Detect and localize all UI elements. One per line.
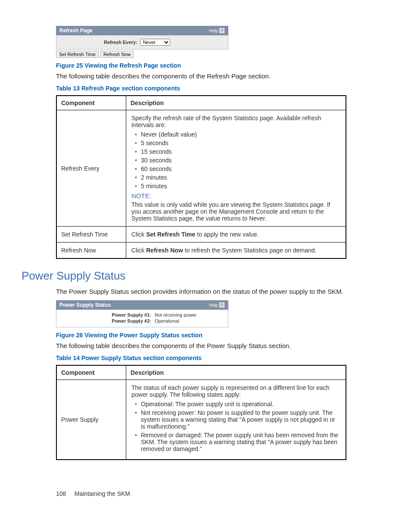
help-icon: ? bbox=[219, 302, 225, 308]
psu2-value: Operational bbox=[155, 318, 179, 324]
refresh-page-screenshot: Refresh Page Help ? Refresh Every: Never… bbox=[56, 26, 228, 58]
help-label: Help bbox=[209, 303, 218, 308]
power-supply-screenshot: Power Supply Status Help ? Power Supply … bbox=[56, 300, 228, 327]
table-row: Refresh Now Click Refresh Now to refresh… bbox=[56, 243, 346, 259]
list-item: Never (default value) bbox=[133, 131, 340, 138]
list-item: Removed or damaged: The power supply uni… bbox=[133, 432, 340, 452]
figure-25-text: The following table describes the compon… bbox=[56, 72, 346, 80]
table-header-component: Component bbox=[56, 96, 126, 110]
refresh-page-panel-header: Refresh Page Help ? bbox=[56, 26, 228, 35]
list-item: Operational: The power supply unit is op… bbox=[133, 401, 340, 408]
refresh-page-title: Refresh Page bbox=[59, 28, 93, 34]
component-cell: Power Supply bbox=[56, 380, 126, 460]
page-footer: 108 Maintaining the SKM bbox=[22, 490, 346, 497]
description-cell: Click Set Refresh Time to apply the new … bbox=[126, 227, 346, 243]
note-text: This value is only valid while you are v… bbox=[131, 201, 340, 222]
footer-title: Maintaining the SKM bbox=[75, 490, 130, 497]
list-item: 5 seconds bbox=[133, 140, 340, 146]
page-number: 108 bbox=[56, 490, 66, 497]
power-supply-panel-body: Power Supply #1: Not receiving power Pow… bbox=[56, 310, 228, 327]
table-14: Component Description Power Supply The s… bbox=[56, 365, 346, 460]
figure-26-caption: Figure 26 Viewing the Power Supply Statu… bbox=[56, 332, 346, 339]
list-item: 15 seconds bbox=[133, 148, 340, 155]
table-header-description: Description bbox=[126, 96, 346, 110]
refresh-page-buttons: Set Refresh Time Refresh Now bbox=[56, 50, 228, 58]
component-cell: Refresh Now bbox=[56, 243, 126, 259]
help-link[interactable]: Help ? bbox=[209, 302, 225, 308]
refresh-page-panel-body: Refresh Every: Never bbox=[56, 35, 228, 50]
table-row: Set Refresh Time Click Set Refresh Time … bbox=[56, 227, 346, 243]
set-refresh-time-button[interactable]: Set Refresh Time bbox=[56, 51, 99, 58]
power-supply-status-heading: Power Supply Status bbox=[22, 269, 346, 283]
component-cell: Refresh Every bbox=[56, 110, 126, 227]
power-supply-intro: The Power Supply Status section provides… bbox=[56, 288, 346, 295]
refresh-every-select[interactable]: Never bbox=[140, 39, 170, 46]
psu1-label: Power Supply #1: bbox=[100, 312, 151, 317]
refresh-now-button[interactable]: Refresh Now bbox=[100, 51, 134, 58]
help-link[interactable]: Help ? bbox=[209, 28, 225, 34]
table-row: Refresh Every Specify the refresh rate o… bbox=[56, 110, 346, 227]
list-item: 5 minutes bbox=[133, 183, 340, 190]
table-header-component: Component bbox=[56, 365, 126, 380]
psu2-label: Power Supply #2: bbox=[100, 318, 151, 324]
figure-25-caption: Figure 25 Viewing the Refresh Page secti… bbox=[56, 62, 346, 69]
power-supply-title: Power Supply Status bbox=[59, 302, 111, 308]
table-header-description: Description bbox=[126, 365, 346, 380]
list-item: 2 minutes bbox=[133, 174, 340, 181]
psu1-value: Not receiving power bbox=[155, 312, 196, 317]
component-cell: Set Refresh Time bbox=[56, 227, 126, 243]
description-cell: Specify the refresh rate of the System S… bbox=[126, 110, 346, 227]
table-14-caption: Table 14 Power Supply Status section com… bbox=[56, 355, 346, 361]
figure-26-text: The following table describes the compon… bbox=[56, 342, 346, 349]
power-supply-panel-header: Power Supply Status Help ? bbox=[56, 300, 228, 310]
table-row: Power Supply The status of each power su… bbox=[56, 380, 346, 460]
list-item: 30 seconds bbox=[133, 157, 340, 164]
list-item: 60 seconds bbox=[133, 165, 340, 172]
table-13-caption: Table 13 Refresh Page section components bbox=[56, 85, 346, 92]
description-cell: The status of each power supply is repre… bbox=[126, 380, 346, 460]
help-icon: ? bbox=[219, 28, 225, 34]
list-item: Not receiving power: No power is supplie… bbox=[133, 409, 340, 430]
table-13: Component Description Refresh Every Spec… bbox=[56, 95, 346, 259]
refresh-every-label: Refresh Every: bbox=[104, 40, 137, 45]
help-label: Help bbox=[209, 28, 218, 33]
description-cell: Click Refresh Now to refresh the System … bbox=[126, 243, 346, 259]
note-label: NOTE: bbox=[131, 192, 340, 199]
